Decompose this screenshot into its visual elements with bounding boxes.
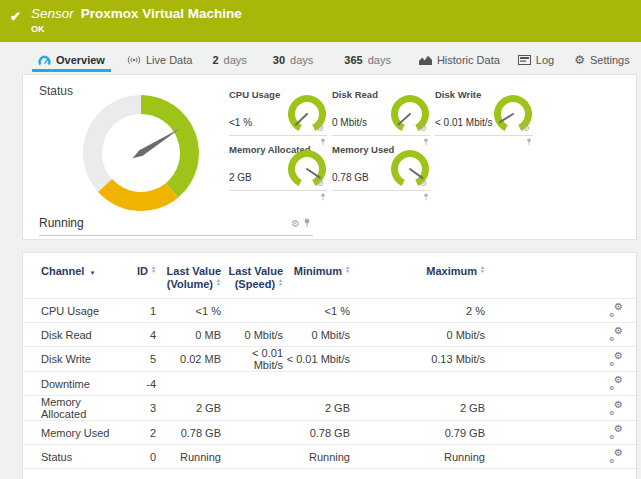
gauge-cpu-usage[interactable]: CPU Usage<1 %⚙ (229, 81, 327, 136)
column-header-label: Minimum (294, 265, 342, 277)
channel-settings-gear-icon[interactable]: ⚙⚙ (609, 327, 623, 340)
cell-id: 0 (118, 445, 156, 469)
cell-channel: Disk Read (23, 323, 118, 347)
sensor-word: Sensor (31, 6, 74, 21)
status-value-row: Running ⚙ (39, 216, 313, 236)
cell-maximum: 2 GB (350, 396, 485, 421)
tab-label: days (224, 54, 247, 66)
pin-icon[interactable] (303, 217, 311, 231)
column-header-label: Channel (41, 265, 84, 277)
status-gauge[interactable] (79, 91, 203, 219)
channel-settings-gear-icon[interactable]: ⚙⚙ (609, 303, 623, 316)
cell-minimum: 2 GB (283, 396, 350, 421)
column-header-channel[interactable]: Channel▼ (23, 263, 118, 299)
column-header-label: (Volume) (167, 278, 213, 290)
column-header-minimum[interactable]: Minimum▲▼ (283, 263, 350, 299)
tab-30-days[interactable]: 30days (267, 50, 320, 72)
live-icon (127, 55, 141, 65)
cell-last_volume: 2 GB (156, 396, 221, 421)
cell-channel: Memory Used (23, 421, 118, 445)
sort-icon: ▲▼ (480, 265, 485, 273)
table-row-memory-used[interactable]: Memory Used20.78 GB0.78 GB0.79 GB⚙⚙ (23, 421, 636, 445)
tab-2-days[interactable]: 2days (206, 50, 252, 72)
gear-icon[interactable]: ⚙ (317, 125, 324, 133)
gauge-value: 2 GB (229, 172, 252, 183)
cell-channel: CPU Usage (23, 299, 118, 323)
sensor-header: ✔ SensorProxmox Virtual Machine OK (0, 0, 641, 42)
cell-minimum: Running (283, 445, 350, 469)
cell-minimum: < 0.01 Mbit/s (283, 347, 350, 372)
column-header-maximum[interactable]: Maximum▲▼ (350, 263, 485, 299)
cell-last_speed (221, 372, 283, 396)
table-row-cpu-usage[interactable]: CPU Usage1<1 %<1 %2 %⚙⚙ (23, 299, 636, 323)
channel-settings-gear-icon[interactable]: ⚙⚙ (609, 449, 623, 462)
tab-label: Settings (590, 54, 630, 66)
cell-last_volume: 0.02 MB (156, 347, 221, 372)
table-row-status[interactable]: Status0RunningRunningRunning⚙⚙ (23, 445, 636, 469)
tab-label: Historic Data (437, 54, 500, 66)
tab-label: Log (536, 54, 554, 66)
cell-maximum: 2 % (350, 299, 485, 323)
cell-last_speed (221, 396, 283, 421)
cell-last_speed (221, 445, 283, 469)
gear-icon[interactable]: ⚙ (420, 180, 427, 188)
table-row-disk-read[interactable]: Disk Read40 MB0 Mbit/s0 Mbit/s0 Mbit/s⚙⚙ (23, 323, 636, 347)
gauge-value: <1 % (229, 117, 252, 128)
gauge-disk-write[interactable]: Disk Write< 0.01 Mbit/s⚙ (435, 81, 533, 136)
column-header-id[interactable]: ID▲▼ (118, 263, 156, 299)
cell-last_speed (221, 299, 283, 323)
cell-id: 5 (118, 347, 156, 372)
gear-icon[interactable]: ⚙ (317, 180, 324, 188)
table-row-downtime[interactable]: Downtime-4⚙⚙ (23, 372, 636, 396)
cell-channel: Memory Allocated (23, 396, 118, 421)
cell-id: -4 (118, 372, 156, 396)
tab-number: 365 (344, 54, 362, 66)
gauge-memory-allocated[interactable]: Memory Allocated2 GB⚙ (229, 136, 327, 191)
column-header-last-value-volume[interactable]: Last Value(Volume)▲▼ (156, 263, 221, 299)
status-value: Running (39, 216, 84, 230)
gear-icon[interactable]: ⚙ (420, 125, 427, 133)
channel-settings-gear-icon[interactable]: ⚙⚙ (609, 352, 623, 365)
table-row-disk-write[interactable]: Disk Write50.02 MB< 0.01 Mbit/s< 0.01 Mb… (23, 347, 636, 372)
gauge-memory-used[interactable]: Memory Used0.78 GB⚙ (332, 136, 430, 191)
column-header-last-value-speed[interactable]: Last Value(Speed)▲▼ (221, 263, 283, 299)
status-gauge-title: Status (39, 84, 73, 98)
column-header-label: Last Value (167, 265, 221, 277)
tab-live-data[interactable]: Live Data (121, 50, 198, 72)
channel-settings-gear-icon[interactable]: ⚙⚙ (609, 376, 623, 389)
cell-channel: Downtime (23, 372, 118, 396)
cell-maximum: 0.13 Mbit/s (350, 347, 485, 372)
sort-icon: ▲▼ (151, 265, 156, 273)
check-icon: ✔ (10, 9, 21, 24)
tab-label: Live Data (146, 54, 192, 66)
sensor-name: Proxmox Virtual Machine (81, 6, 242, 21)
table-row-memory-allocated[interactable]: Memory Allocated32 GB2 GB2 GB⚙⚙ (23, 396, 636, 421)
tab-bar: OverviewLive Data2days30days365daysHisto… (0, 44, 641, 72)
tab-log[interactable]: Log (512, 50, 560, 72)
gauge-value: 0.78 GB (332, 172, 369, 183)
gauge-disk-read[interactable]: Disk Read0 Mbit/s⚙ (332, 81, 430, 136)
cell-last_volume: <1 % (156, 299, 221, 323)
channel-settings-gear-icon[interactable]: ⚙⚙ (609, 425, 623, 438)
page: ✔ SensorProxmox Virtual Machine OK Overv… (0, 0, 641, 479)
cell-maximum (350, 372, 485, 396)
sort-icon: ▲▼ (345, 265, 350, 273)
tab-historic-data[interactable]: Historic Data (413, 50, 506, 72)
column-header-label: Last Value (229, 265, 283, 277)
tab-settings[interactable]: ⚙Settings (568, 50, 636, 72)
gear-icon[interactable]: ⚙ (523, 125, 530, 133)
tab-number: 30 (273, 54, 285, 66)
cell-maximum: 0 Mbit/s (350, 323, 485, 347)
cell-minimum (283, 372, 350, 396)
cell-last_volume: 0 MB (156, 323, 221, 347)
channel-settings-gear-icon[interactable]: ⚙⚙ (609, 401, 623, 414)
tab-overview[interactable]: Overview (32, 50, 111, 72)
page-title: SensorProxmox Virtual Machine (31, 6, 242, 21)
tab-365-days[interactable]: 365days (338, 50, 397, 72)
gear-icon[interactable]: ⚙ (291, 219, 300, 229)
cell-minimum: 0 Mbit/s (283, 323, 350, 347)
tab-label: days (290, 54, 313, 66)
cell-id: 3 (118, 396, 156, 421)
gauges-panel: Status Running ⚙ CPU Usage<1 %⚙Disk Read… (22, 74, 637, 240)
mini-gauge-grid: CPU Usage<1 %⚙Disk Read0 Mbit/s⚙Disk Wri… (229, 81, 638, 191)
